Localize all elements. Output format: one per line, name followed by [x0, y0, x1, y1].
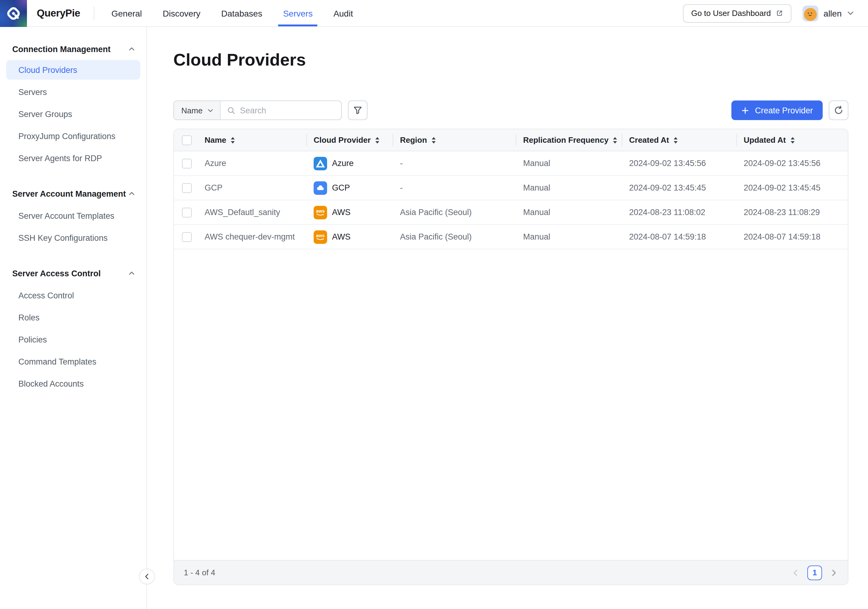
search-input[interactable]: [240, 106, 342, 115]
search-field-select[interactable]: Name: [174, 101, 220, 119]
row-checkbox[interactable]: [182, 208, 192, 217]
sidebar-item-policies[interactable]: Policies: [0, 329, 146, 350]
sidebar-item-server-agents-for-rdp[interactable]: Server Agents for RDP: [0, 147, 146, 169]
user-menu[interactable]: allen: [803, 5, 854, 21]
sort-arrows-icon: [790, 136, 795, 144]
select-all-checkbox[interactable]: [182, 135, 192, 145]
top-nav-tab-servers[interactable]: Servers: [283, 0, 312, 26]
funnel-icon: [353, 105, 363, 115]
providers-table: NameCloud ProviderRegionReplication Freq…: [174, 129, 848, 585]
sidebar-item-server-account-templates[interactable]: Server Account Templates: [0, 205, 146, 227]
toolbar: Name: [174, 101, 848, 120]
table-row[interactable]: AWS chequer-dev-mgmtawsAWSAsia Pacific (…: [174, 225, 848, 249]
external-link-icon: [776, 9, 784, 17]
sidebar-section-server-access-control: Server Access ControlAccess ControlRoles…: [0, 267, 146, 395]
sidebar-item-ssh-key-configurations[interactable]: SSH Key Configurations: [0, 227, 146, 249]
cell-created-at: 2024-09-02 13:45:56: [622, 159, 736, 168]
sidebar-collapse-button[interactable]: [139, 569, 155, 584]
sidebar-section-label: Server Account Management: [12, 189, 126, 198]
sidebar-item-roles[interactable]: Roles: [0, 306, 146, 329]
previous-page-button[interactable]: [791, 568, 800, 577]
pagination-controls: 1: [791, 565, 838, 580]
cell-replication-frequency: Manual: [516, 159, 622, 168]
search-box: [220, 101, 342, 119]
column-header-name[interactable]: Name: [197, 129, 306, 151]
cell-updated-at: 2024-08-07 14:59:18: [736, 232, 848, 242]
cell-region: -: [393, 183, 516, 192]
cell-updated-at: 2024-08-23 11:08:29: [736, 208, 848, 217]
chevron-up-icon: [128, 270, 135, 277]
page-title: Cloud Providers: [174, 50, 848, 70]
column-header-replication-frequency[interactable]: Replication Frequency: [516, 129, 622, 151]
table-row[interactable]: GCPGCP-Manual2024-09-02 13:45:452024-09-…: [174, 176, 848, 200]
top-nav: GeneralDiscoveryDatabasesServersAudit: [112, 0, 353, 26]
filter-button[interactable]: [348, 101, 367, 120]
querypie-logo-icon[interactable]: [0, 0, 27, 27]
sidebar-section-title-connection-management[interactable]: Connection Management: [0, 43, 146, 55]
svg-text:aws: aws: [316, 208, 325, 213]
column-header-region[interactable]: Region: [393, 129, 516, 151]
cell-region: -: [393, 159, 516, 168]
sidebar-item-command-templates[interactable]: Command Templates: [0, 350, 146, 372]
chevron-left-icon: [143, 573, 151, 580]
top-nav-tab-databases[interactable]: Databases: [221, 0, 262, 26]
cell-checkbox: [174, 208, 197, 217]
sort-arrows-icon: [674, 136, 679, 144]
sort-arrows-icon: [431, 136, 436, 144]
page-number-button[interactable]: 1: [808, 565, 822, 580]
sidebar-item-access-control[interactable]: Access Control: [0, 284, 146, 306]
top-nav-tab-general[interactable]: General: [112, 0, 142, 26]
cell-replication-frequency: Manual: [516, 232, 622, 242]
sidebar-item-cloud-providers[interactable]: Cloud Providers: [6, 60, 140, 80]
sidebar-section-title-server-access-control[interactable]: Server Access Control: [0, 267, 146, 279]
cell-name: Azure: [197, 159, 306, 168]
go-to-user-dashboard-button[interactable]: Go to User Dashboard: [683, 4, 792, 22]
column-label: Created At: [629, 135, 669, 144]
sidebar: Connection ManagementCloud ProvidersServ…: [0, 27, 147, 609]
provider-label: AWS: [332, 208, 351, 217]
column-header-updated-at[interactable]: Updated At: [736, 129, 848, 151]
cell-replication-frequency: Manual: [516, 208, 622, 217]
sort-arrows-icon: [613, 136, 618, 144]
cell-updated-at: 2024-09-02 13:45:45: [736, 183, 848, 192]
search-field-label: Name: [181, 106, 203, 115]
table-row[interactable]: AzureAzure-Manual2024-09-02 13:45:562024…: [174, 151, 848, 176]
cell-checkbox: [174, 183, 197, 193]
sidebar-section-title-server-account-management[interactable]: Server Account Management: [0, 188, 146, 200]
table-row[interactable]: AWS_Defautl_sanityawsAWSAsia Pacific (Se…: [174, 200, 848, 225]
sidebar-item-servers[interactable]: Servers: [0, 81, 146, 103]
row-checkbox[interactable]: [182, 232, 192, 242]
chevron-down-icon: [207, 107, 214, 114]
table-header: NameCloud ProviderRegionReplication Freq…: [174, 129, 848, 151]
column-label: Name: [205, 135, 226, 144]
column-label: Region: [400, 135, 427, 144]
provider-label: AWS: [332, 232, 351, 242]
sidebar-item-server-groups[interactable]: Server Groups: [0, 103, 146, 125]
aws-icon: aws: [314, 230, 327, 243]
cell-region: Asia Pacific (Seoul): [393, 208, 516, 217]
column-header-created-at[interactable]: Created At: [622, 129, 736, 151]
refresh-button[interactable]: [829, 101, 848, 120]
sidebar-section-connection-management: Connection ManagementCloud ProvidersServ…: [0, 43, 146, 169]
row-checkbox[interactable]: [182, 183, 192, 193]
provider-label: GCP: [332, 183, 350, 192]
next-page-button[interactable]: [829, 568, 838, 577]
sort-arrows-icon: [231, 136, 236, 144]
magnifier-icon: [226, 106, 236, 115]
brand-name: QueryPie: [37, 7, 80, 19]
column-header-cloud-provider[interactable]: Cloud Provider: [306, 129, 393, 151]
search-group: Name: [174, 101, 342, 120]
top-nav-tab-discovery[interactable]: Discovery: [163, 0, 200, 26]
sidebar-item-blocked-accounts[interactable]: Blocked Accounts: [0, 372, 146, 395]
create-provider-label: Create Provider: [755, 106, 813, 115]
plus-icon: [741, 106, 749, 114]
sidebar-item-proxyjump-configurations[interactable]: ProxyJump Configurations: [0, 125, 146, 147]
azure-icon: [314, 157, 327, 170]
topbar-divider: [94, 6, 95, 20]
row-checkbox[interactable]: [182, 158, 192, 168]
top-nav-tab-audit[interactable]: Audit: [333, 0, 353, 26]
chevron-up-icon: [128, 45, 135, 53]
sidebar-section-server-account-management: Server Account ManagementServer Account …: [0, 188, 146, 249]
cell-checkbox: [174, 232, 197, 242]
create-provider-button[interactable]: Create Provider: [732, 101, 823, 120]
